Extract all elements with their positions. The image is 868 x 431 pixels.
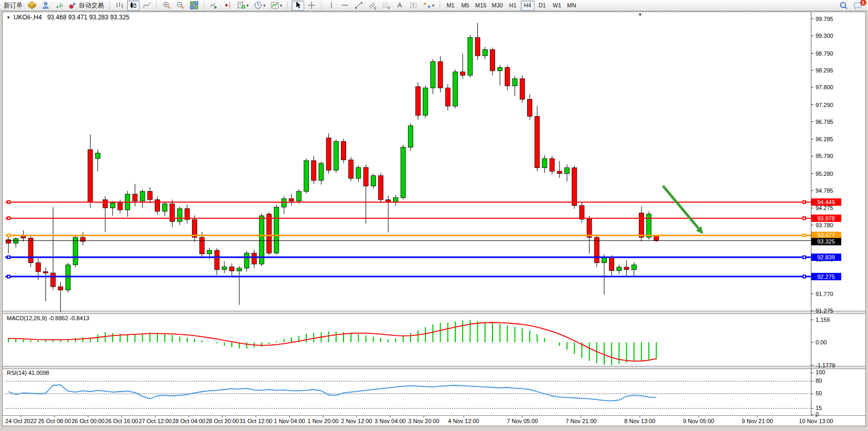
signals-button[interactable] <box>53 1 66 10</box>
vertical-line-button[interactable] <box>325 1 338 10</box>
timeframe-button-m5[interactable]: M5 <box>458 1 472 10</box>
trendline-button[interactable] <box>352 1 365 10</box>
price-badge-label: 92.839 <box>817 254 835 260</box>
candle <box>319 163 324 181</box>
timeframe-button-m15[interactable]: M15 <box>473 1 488 10</box>
equidistant-channel-icon: E <box>368 1 377 9</box>
price-tick-label: 99.300 <box>816 33 833 39</box>
dropdown-caret-icon: ▾ <box>263 3 265 8</box>
candle <box>580 205 584 219</box>
notifications-button[interactable]: 1 <box>851 1 864 10</box>
candle <box>431 61 435 88</box>
candle <box>215 250 219 270</box>
line-chart-button[interactable] <box>141 1 153 10</box>
candle <box>252 253 256 264</box>
timeframe-button-h4[interactable]: H4 <box>521 1 534 10</box>
svg-text:F: F <box>388 6 390 10</box>
price-tick-label: 96.795 <box>816 119 833 125</box>
svg-text:E: E <box>374 6 377 10</box>
timeframe-button-mn[interactable]: MN <box>565 1 578 10</box>
candle <box>401 147 405 197</box>
candle <box>66 265 70 290</box>
chart-shift-icon <box>223 1 232 9</box>
candle <box>654 236 659 240</box>
candle <box>609 257 614 270</box>
text-button[interactable]: A <box>393 1 406 10</box>
macd-scale-label: 1.156 <box>816 317 830 323</box>
candle <box>349 160 353 178</box>
indicators-button[interactable]: ▾ <box>269 1 284 10</box>
profile-button[interactable] <box>39 1 52 10</box>
candle <box>244 253 249 268</box>
macd-label: MACD(12,26,9) -0.8862 -0.8413 <box>7 315 89 321</box>
price-tick-label: 98.295 <box>816 67 833 73</box>
fibonacci-button[interactable]: F <box>380 1 392 10</box>
candle <box>222 267 227 269</box>
trendline-icon <box>355 1 363 9</box>
candle <box>73 237 78 265</box>
equidistant-channel-button[interactable]: E <box>366 1 379 10</box>
candle <box>594 237 599 262</box>
timeframe-button-m1[interactable]: M1 <box>444 1 457 10</box>
candle <box>371 176 376 186</box>
price-badge-label: 93.477 <box>817 232 835 238</box>
search-button[interactable] <box>837 1 850 10</box>
zoom-in-button[interactable] <box>160 1 173 10</box>
one-click-trading-icon[interactable]: ▼ <box>6 15 10 20</box>
timeframe-button-w1[interactable]: W1 <box>550 1 564 10</box>
auto-scroll-button[interactable] <box>208 1 220 10</box>
timeframe-button-m30[interactable]: M30 <box>489 1 505 10</box>
chart-canvas: 99.79599.30098.79098.29597.80097.29096.7… <box>0 0 868 431</box>
time-tick-label: 1 Nov 20:00 <box>307 418 338 424</box>
chart-shift-marker-icon[interactable]: ▼ <box>638 12 642 17</box>
crosshair-icon <box>307 1 316 9</box>
chart-shift-button[interactable] <box>221 1 234 10</box>
timeframe-button-h1[interactable]: H1 <box>506 1 520 10</box>
time-tick-label: 9 Nov 05:00 <box>683 418 714 424</box>
candle <box>230 267 234 271</box>
shapes-button[interactable]: ▾ <box>421 1 436 10</box>
candle <box>408 125 413 147</box>
svg-text:A: A <box>398 2 402 9</box>
gold-diamond-button[interactable] <box>26 1 38 10</box>
gold-diamond-icon <box>28 1 36 9</box>
candle <box>36 262 40 271</box>
time-tick-label: 3 Nov 20:00 <box>408 418 439 424</box>
time-tick-label: 2 Nov 12:00 <box>341 418 372 424</box>
timeframe-button-d1[interactable]: D1 <box>535 1 549 10</box>
candle <box>356 167 361 178</box>
vertical-line-icon <box>327 1 336 9</box>
price-tick-label: 91.770 <box>816 291 833 297</box>
candle <box>14 239 18 243</box>
price-tick-label: 93.780 <box>816 222 833 228</box>
bar-chart-button[interactable] <box>113 1 126 10</box>
cursor-button[interactable] <box>292 1 304 10</box>
zoom-out-button[interactable] <box>174 1 187 10</box>
text-icon: A <box>395 1 404 9</box>
candle <box>475 38 480 56</box>
new-chart-button[interactable]: ▾ <box>235 1 251 10</box>
auto-trading-button[interactable]: 自动交易 <box>67 1 106 10</box>
candle <box>363 167 368 186</box>
toolbar-separator <box>156 2 157 9</box>
candle <box>133 194 137 201</box>
horizontal-line-button[interactable] <box>339 1 351 10</box>
auto-scroll-icon <box>210 1 218 9</box>
price-badge-label: 92.275 <box>817 274 835 280</box>
price-tick-label: 94.785 <box>816 187 833 194</box>
price-tick-label: 96.285 <box>816 136 833 142</box>
crosshair-button[interactable] <box>305 1 318 10</box>
candle <box>617 267 621 271</box>
new-order-button[interactable]: 新订单 <box>2 1 25 10</box>
period-button[interactable]: ▾ <box>252 1 267 10</box>
candlestick-button[interactable] <box>127 1 140 10</box>
tile-windows-button[interactable] <box>188 1 200 10</box>
chart-header: ▼ UKOil-,H4 93.468 93.471 93.283 93.325 <box>6 14 130 21</box>
price-badge-label: 93.325 <box>817 238 835 245</box>
rsi-label: RSI(14) 41.0098 <box>7 370 49 376</box>
text-label-button[interactable]: T <box>407 1 420 10</box>
time-tick-label: 24 Oct 2022 <box>5 418 37 424</box>
candle <box>631 265 636 269</box>
svg-text:T: T <box>412 3 415 8</box>
candle <box>565 168 570 174</box>
